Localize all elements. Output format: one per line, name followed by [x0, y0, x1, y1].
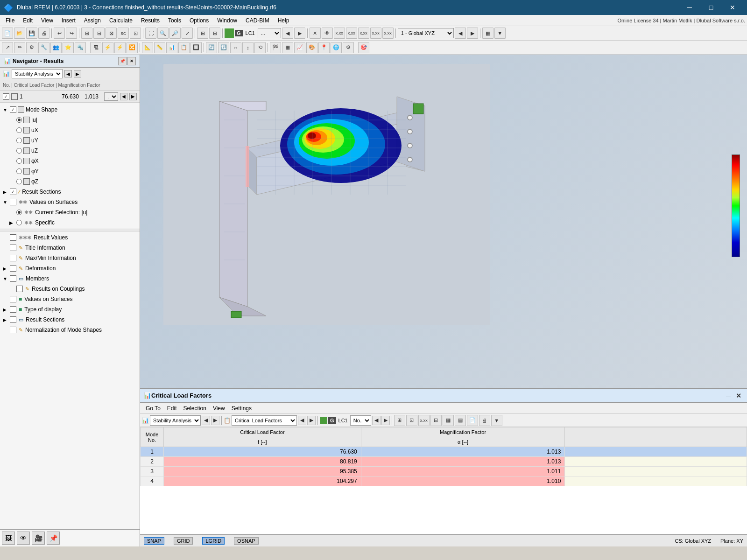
tb2-17[interactable]: 🔄	[206, 42, 217, 53]
redo-button[interactable]: ↪	[66, 28, 77, 39]
tree-phiy[interactable]: φY	[0, 166, 140, 176]
menu-insert[interactable]: Insert	[58, 15, 79, 26]
type-display-checkbox[interactable]	[10, 306, 16, 313]
tb2-11[interactable]: 🔀	[127, 42, 138, 53]
open-button[interactable]: 📂	[14, 28, 25, 39]
tb-eye[interactable]: 👁	[322, 28, 333, 39]
tb2-21[interactable]: ⟲	[254, 42, 266, 53]
tree-u-abs[interactable]: |u|	[0, 115, 140, 125]
lc-dropdown[interactable]: ...	[258, 28, 281, 38]
tb2-26[interactable]: 📍	[318, 42, 330, 53]
values-surfaces-expand[interactable]: ▼	[3, 200, 8, 205]
3d-viewport[interactable]	[140, 55, 747, 388]
results-menu-selection[interactable]: Selection	[181, 404, 209, 413]
maximize-button[interactable]: □	[700, 0, 722, 15]
tb2-9[interactable]: ⚡	[102, 42, 113, 53]
tb2-27[interactable]: 🌐	[331, 42, 342, 53]
tb2-23[interactable]: ▦	[282, 42, 293, 53]
menu-assign[interactable]: Assign	[80, 15, 105, 26]
tb2-6[interactable]: ⭐	[63, 42, 74, 53]
results-tb-b7[interactable]: 📄	[467, 415, 478, 426]
results-lc-dropdown[interactable]: No...	[350, 415, 371, 426]
table-row[interactable]: 1 76.630 1.013	[141, 447, 747, 457]
tb2-5[interactable]: 👥	[50, 42, 62, 53]
result-sections-2-expand[interactable]: ▶	[3, 317, 8, 322]
result-sections-checkbox[interactable]	[10, 189, 16, 195]
tb-btn-5[interactable]: ⊡	[130, 28, 141, 39]
values-surfaces-2-checkbox[interactable]	[10, 296, 16, 302]
tb-x1[interactable]: x.xx	[334, 28, 345, 39]
ux-radio[interactable]	[16, 127, 22, 133]
results-tb-b8[interactable]: 🖨	[479, 415, 490, 426]
results-tb-b1[interactable]: ⊞	[394, 415, 405, 426]
tb2-24[interactable]: 📈	[294, 42, 305, 53]
undo-button[interactable]: ↩	[54, 28, 65, 39]
tb-btn-2[interactable]: ⊟	[93, 28, 105, 39]
display-options[interactable]: ▦	[482, 28, 493, 39]
tree-type-of-display[interactable]: ▶ ■ Type of display	[0, 304, 140, 315]
mode-next[interactable]: ▶	[129, 93, 137, 100]
current-selection-radio[interactable]	[16, 210, 22, 215]
max-min-checkbox[interactable]	[10, 255, 16, 261]
tree-results-couplings[interactable]: ✎ Results on Couplings	[0, 284, 140, 294]
tree-ux[interactable]: uX	[0, 125, 140, 135]
results-close-button[interactable]: ✕	[734, 391, 743, 400]
tb-x4[interactable]: x.xx	[370, 28, 381, 39]
tree-current-selection[interactable]: ✱✱ Current Selection: |u|	[0, 207, 140, 217]
tree-normalization[interactable]: ✎ Normalization of Mode Shapes	[0, 325, 140, 335]
tree-values-on-surfaces[interactable]: ▼ ✱✱ Values on Surfaces	[0, 197, 140, 207]
results-tb-b6[interactable]: ▤	[455, 415, 466, 426]
nav-close-button[interactable]: ✕	[127, 57, 136, 65]
tree-members[interactable]: ▼ ▭ Members	[0, 273, 140, 284]
stability-analysis-dropdown[interactable]: Stability Analysis	[12, 69, 63, 78]
tb-btn-4[interactable]: sc	[118, 28, 129, 39]
result-sections-2-checkbox[interactable]	[10, 316, 16, 323]
specific-radio[interactable]	[16, 220, 22, 225]
table-row[interactable]: 3 95.385 1.011	[141, 467, 747, 476]
coord-next[interactable]: ▶	[467, 28, 478, 39]
results-couplings-checkbox[interactable]	[16, 286, 23, 292]
mode-shape-expand[interactable]: ▼	[3, 107, 8, 112]
tb2-20[interactable]: ↕	[242, 42, 254, 53]
results-tb-b4[interactable]: ⊟	[430, 415, 442, 426]
results-minimize-button[interactable]: ─	[724, 391, 733, 400]
table-row[interactable]: 2 80.819 1.013	[141, 457, 747, 467]
mode-prev[interactable]: ◀	[120, 93, 127, 100]
results-tb-b5[interactable]: ▦	[443, 415, 454, 426]
nav-pin-view-button[interactable]: 📌	[47, 532, 60, 545]
coord-prev[interactable]: ◀	[455, 28, 466, 39]
tree-uy[interactable]: uY	[0, 135, 140, 146]
menu-cad-bim[interactable]: CAD-BIM	[242, 15, 273, 26]
tb2-7[interactable]: 🔩	[75, 42, 86, 53]
phix-radio[interactable]	[16, 158, 22, 164]
tree-specific[interactable]: ▶ ✱✱ Specific	[0, 217, 140, 228]
tb-btn-8[interactable]: 🔎	[169, 28, 181, 39]
lc-prev[interactable]: ◀	[282, 28, 293, 39]
grid-button[interactable]: GRID	[174, 537, 193, 545]
title-info-checkbox[interactable]	[10, 245, 16, 251]
menu-tools[interactable]: Tools	[164, 15, 185, 26]
osnap-button[interactable]: OSNAP	[234, 537, 259, 545]
tree-result-sections-2[interactable]: ▶ ▭ Result Sections	[0, 315, 140, 325]
tb-btn-11[interactable]: ⊟	[209, 28, 220, 39]
tb-btn-3[interactable]: ⊠	[106, 28, 117, 39]
tree-deformation[interactable]: ▶ ✎ Deformation	[0, 263, 140, 273]
tree-title-information[interactable]: ✎ Title Information	[0, 243, 140, 253]
values-surfaces-checkbox[interactable]	[10, 199, 16, 205]
tb2-10[interactable]: ⚡	[114, 42, 126, 53]
menu-window[interactable]: Window	[213, 15, 241, 26]
tb-btn-9[interactable]: ⤢	[182, 28, 193, 39]
tree-phix[interactable]: φX	[0, 156, 140, 166]
tb2-28[interactable]: ⚙	[343, 42, 354, 53]
tb2-12[interactable]: 📐	[142, 42, 153, 53]
deformation-checkbox[interactable]	[10, 265, 16, 272]
nav-camera-button[interactable]: 🎥	[32, 532, 45, 545]
results-tb-b2[interactable]: ⊡	[406, 415, 417, 426]
results-type-dropdown[interactable]: Critical Load Factors	[232, 415, 297, 426]
nav-perspective-button[interactable]: 🖼	[2, 532, 15, 545]
lc-next[interactable]: ▶	[294, 28, 305, 39]
results-menu-settings[interactable]: Settings	[229, 404, 254, 413]
tree-values-surfaces-2[interactable]: ■ Values on Surfaces	[0, 294, 140, 304]
results-analysis-prev[interactable]: ◀	[202, 416, 210, 425]
coordinate-system-dropdown[interactable]: 1 - Global XYZ	[398, 28, 454, 38]
